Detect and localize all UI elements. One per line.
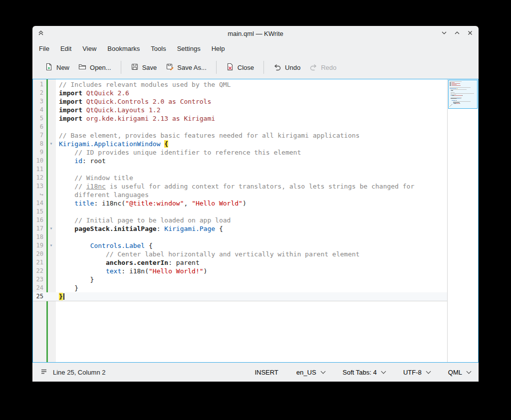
code-text: Controls.Label { <box>56 241 447 250</box>
chevron-up-icon <box>454 29 460 38</box>
fold-column <box>46 216 56 224</box>
code-text: import QtQuick.Layouts 1.2 <box>56 106 447 114</box>
line-number: 25 <box>33 292 46 301</box>
toolbar-separator <box>216 61 217 74</box>
fold-arrow-icon[interactable]: ▾ <box>46 140 56 148</box>
shade-button[interactable] <box>37 30 44 37</box>
cursor-position-label[interactable]: Line 25, Column 2 <box>53 369 106 376</box>
line-number: 9 <box>33 148 46 157</box>
fold-arrow-icon[interactable]: ▾ <box>46 241 56 250</box>
code-text: title: i18nc("@title:window", "Hello Wor… <box>56 199 447 208</box>
code-line[interactable]: 4import QtQuick.Layouts 1.2 <box>33 106 447 114</box>
code-line[interactable]: 17▾ pageStack.initialPage: Kirigami.Page… <box>33 224 447 233</box>
undo-button-label: Undo <box>285 64 300 71</box>
encoding-selector[interactable]: UTF-8 <box>403 369 430 376</box>
text-area[interactable]: 1// Includes relevant modules used by th… <box>33 79 447 362</box>
code-line[interactable]: 20 // Center label horizontally and vert… <box>33 250 447 258</box>
menu-help[interactable]: Help <box>206 42 231 55</box>
line-number: 19 <box>33 241 46 250</box>
code-line[interactable]: 11 <box>33 165 447 174</box>
code-line[interactable]: 19▾ Controls.Label { <box>33 241 447 250</box>
close-window-button[interactable] <box>467 30 474 37</box>
open-button-label: Open... <box>90 64 111 71</box>
menu-view[interactable]: View <box>77 42 102 55</box>
code-line[interactable]: 5import org.kde.kirigami 2.13 as Kirigam… <box>33 114 447 123</box>
minimap-scrollbar[interactable] <box>447 79 478 362</box>
titlebar[interactable]: main.qml — KWrite <box>32 26 479 41</box>
chevron-down-icon <box>467 369 472 374</box>
code-line[interactable]: 21 anchors.centerIn: parent <box>33 258 447 267</box>
redo-button[interactable]: Redo <box>305 59 341 76</box>
syntax-mode-selector[interactable]: QML <box>448 369 471 376</box>
code-text: text: i18n("Hello World!") <box>56 267 447 275</box>
code-line[interactable]: 16 // Initial page to be loaded on app l… <box>33 216 447 224</box>
code-text: Kirigami.ApplicationWindow { <box>56 140 447 148</box>
tab-mode-selector[interactable]: Soft Tabs: 4 <box>343 369 385 376</box>
fold-column <box>46 267 56 275</box>
menu-file[interactable]: File <box>33 42 55 55</box>
menu-settings[interactable]: Settings <box>172 42 206 55</box>
fold-column <box>46 80 56 89</box>
code-line[interactable]: 6 <box>33 123 447 131</box>
line-number: 17 <box>33 224 46 233</box>
code-text: // Initial page to be loaded on app load <box>56 216 447 224</box>
menu-bookmarks[interactable]: Bookmarks <box>102 42 145 55</box>
code-line[interactable]: 13 // i18nc is useful for adding context… <box>33 182 447 191</box>
fold-column <box>46 89 56 97</box>
undo-icon <box>273 63 281 72</box>
window-title: main.qml — KWrite <box>32 30 479 37</box>
toolbar-separator <box>121 61 121 74</box>
code-line[interactable]: 7// Base element, provides basic feature… <box>33 131 447 140</box>
code-text: import org.kde.kirigami 2.13 as Kirigami <box>56 114 447 123</box>
text-cursor <box>63 293 64 300</box>
code-text: anchors.centerIn: parent <box>56 258 447 267</box>
code-line[interactable]: 18 <box>33 233 447 241</box>
statusbar: Line 25, Column 2 INSERT en_US Soft Tabs… <box>32 363 479 382</box>
code-line[interactable]: ↪ different languages <box>33 191 447 199</box>
save-as-button[interactable]: Save As... <box>161 59 211 76</box>
open-button[interactable]: Open... <box>74 59 116 76</box>
code-line[interactable]: 25} <box>33 292 447 301</box>
code-text: // Includes relevant modules used by the… <box>56 80 447 89</box>
close-document-button-label: Close <box>238 64 254 71</box>
text-info-icon[interactable] <box>40 368 47 377</box>
code-line[interactable]: 14 title: i18nc("@title:window", "Hello … <box>33 199 447 208</box>
redo-button-label: Redo <box>321 64 336 71</box>
chevron-down-icon <box>320 369 325 374</box>
menu-edit[interactable]: Edit <box>55 42 77 55</box>
code-text: id: root <box>56 157 447 165</box>
dictionary-selector[interactable]: en_US <box>296 369 325 376</box>
code-line[interactable]: 12 // Window title <box>33 174 447 182</box>
fold-column <box>46 292 56 301</box>
wrap-marker-icon: ↪ <box>33 191 46 199</box>
line-number: 4 <box>33 106 46 114</box>
code-line[interactable]: 9 // ID provides unique identifier to re… <box>33 148 447 157</box>
insert-mode-button[interactable]: INSERT <box>255 369 278 376</box>
code-line[interactable]: 1// Includes relevant modules used by th… <box>33 80 447 89</box>
menu-tools[interactable]: Tools <box>145 42 171 55</box>
code-line[interactable]: 8▾Kirigami.ApplicationWindow { <box>33 140 447 148</box>
maximize-button[interactable] <box>454 30 461 37</box>
code-line[interactable]: 23 } <box>33 275 447 284</box>
code-line[interactable]: 24 } <box>33 284 447 292</box>
line-number: 8 <box>33 140 46 148</box>
syntax-mode-label: QML <box>448 369 462 376</box>
code-line[interactable]: 15 <box>33 208 447 216</box>
code-line[interactable]: 3import QtQuick.Controls 2.0 as Controls <box>33 97 447 106</box>
line-number: 20 <box>33 250 46 258</box>
code-line[interactable]: 2import QtQuick 2.6 <box>33 89 447 97</box>
code-text: // Base element, provides basic features… <box>56 131 447 140</box>
fold-arrow-icon[interactable]: ▾ <box>46 224 56 233</box>
undo-button[interactable]: Undo <box>269 59 305 76</box>
fold-column <box>46 123 56 131</box>
save-button[interactable]: Save <box>126 59 162 76</box>
code-line[interactable]: 22 text: i18n("Hello World!") <box>33 267 447 275</box>
new-button[interactable]: New <box>40 59 74 76</box>
code-text <box>56 233 447 241</box>
encoding-label: UTF-8 <box>403 369 422 376</box>
chevron-down-icon <box>381 369 386 374</box>
close-document-button[interactable]: Close <box>222 59 258 76</box>
minimize-button[interactable] <box>441 30 448 37</box>
code-line[interactable]: 10 id: root <box>33 157 447 165</box>
fold-column <box>46 131 56 140</box>
